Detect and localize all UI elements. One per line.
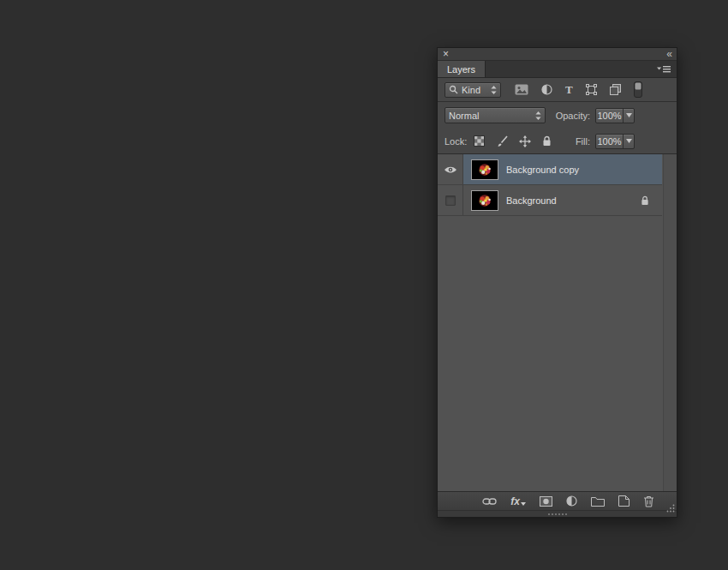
folder-icon: [591, 496, 605, 507]
lock-pixels-button[interactable]: [496, 135, 508, 147]
layer-thumbnail[interactable]: [471, 190, 498, 211]
layer-rows: Background copy: [438, 154, 662, 216]
checkerboard-icon: [474, 135, 485, 147]
layer-style-button[interactable]: fx: [510, 496, 526, 507]
resize-grip-icon: [666, 504, 675, 513]
panel-window-bar[interactable]: × «: [438, 48, 677, 61]
fill-dropdown[interactable]: 100%: [595, 134, 635, 149]
kind-filter-label: Kind: [462, 85, 480, 95]
lock-label: Lock:: [445, 136, 467, 147]
new-group-button[interactable]: [591, 496, 605, 507]
lock-row: Lock:: [438, 129, 677, 154]
flower-thumbnail-image: [472, 191, 498, 210]
fill-value: 100%: [596, 136, 623, 147]
flower-thumbnail-image: [472, 160, 498, 179]
lock-transparency-button[interactable]: [474, 135, 485, 147]
close-icon[interactable]: ×: [443, 49, 449, 59]
smart-object-filter-button[interactable]: [610, 84, 621, 95]
panel-menu-icon: [657, 65, 671, 74]
move-icon: [519, 135, 531, 147]
filter-icon-group: T: [515, 81, 642, 98]
link-icon: [482, 498, 497, 505]
smart-object-icon: [610, 84, 621, 95]
updown-arrows-icon: [491, 86, 497, 94]
search-icon: [449, 85, 458, 94]
kind-filter-dropdown[interactable]: Kind: [445, 82, 501, 98]
dropdown-arrow-icon[interactable]: [623, 135, 634, 148]
layer-thumbnail[interactable]: [471, 159, 498, 180]
half-circle-icon: [541, 84, 552, 95]
fx-icon: fx: [510, 496, 520, 507]
shape-icon: [586, 84, 597, 95]
layer-locked-badge: [641, 195, 649, 206]
layers-panel: × « Layers Kind: [437, 47, 677, 518]
dropdown-arrow-icon[interactable]: [623, 109, 634, 123]
toggle-switch-icon: [634, 81, 642, 98]
padlock-icon: [542, 135, 552, 147]
add-layer-mask-button[interactable]: [540, 496, 552, 507]
brush-icon: [496, 135, 508, 147]
link-layers-button[interactable]: [482, 498, 497, 505]
padlock-icon: [641, 195, 649, 206]
new-layer-button[interactable]: [618, 495, 630, 507]
panel-menu-button[interactable]: [657, 65, 677, 74]
delete-layer-button[interactable]: [643, 495, 654, 507]
layer-row-background[interactable]: Background: [438, 185, 662, 216]
adjustment-layer-filter-button[interactable]: [541, 84, 552, 95]
layer-name[interactable]: Background: [506, 195, 557, 206]
visibility-off-well: [445, 195, 456, 206]
drag-dots-icon: [547, 513, 568, 516]
blend-mode-value: Normal: [449, 111, 479, 121]
eye-icon: [444, 165, 457, 174]
opacity-label: Opacity:: [556, 111, 590, 121]
lock-all-button[interactable]: [542, 135, 552, 147]
adjustment-circle-icon: [566, 495, 577, 507]
filtering-toggle-switch[interactable]: [634, 81, 642, 98]
visibility-toggle[interactable]: [438, 154, 463, 184]
new-adjustment-layer-button[interactable]: [566, 495, 577, 507]
type-layer-filter-button[interactable]: T: [565, 83, 573, 97]
layer-row-body[interactable]: Background: [463, 185, 662, 215]
layers-list: Background copy: [438, 154, 677, 491]
tab-layers[interactable]: Layers: [438, 61, 486, 77]
new-layer-icon: [618, 495, 630, 507]
pixel-layer-filter-button[interactable]: [515, 84, 528, 95]
resize-grip[interactable]: [666, 501, 675, 516]
blend-mode-dropdown[interactable]: Normal: [445, 107, 546, 123]
opacity-dropdown[interactable]: 100%: [595, 108, 635, 123]
panel-bottom-toolbar: fx: [438, 491, 677, 510]
collapse-panel-icon[interactable]: «: [666, 50, 671, 58]
fx-menu-arrow-icon: [521, 502, 526, 506]
trash-icon: [643, 495, 654, 507]
layer-name[interactable]: Background copy: [506, 165, 579, 175]
blend-row: Normal Opacity: 100%: [438, 102, 677, 129]
scrollbar-track[interactable]: [663, 154, 677, 491]
layer-row-body[interactable]: Background copy: [463, 154, 662, 184]
opacity-value: 100%: [596, 111, 623, 121]
layer-mask-icon: [540, 496, 552, 507]
fill-label: Fill:: [576, 136, 590, 147]
shape-layer-filter-button[interactable]: [586, 84, 597, 95]
image-icon: [515, 84, 528, 95]
lock-icon-group: [474, 135, 552, 147]
layer-row-background-copy[interactable]: Background copy: [438, 154, 662, 185]
updown-arrows-icon: [535, 111, 541, 120]
panel-tab-bar: Layers: [438, 61, 677, 78]
filter-row: Kind T: [438, 78, 677, 102]
lock-position-button[interactable]: [519, 135, 531, 147]
visibility-toggle[interactable]: [438, 185, 463, 215]
panel-bottom-edge[interactable]: [438, 510, 677, 517]
